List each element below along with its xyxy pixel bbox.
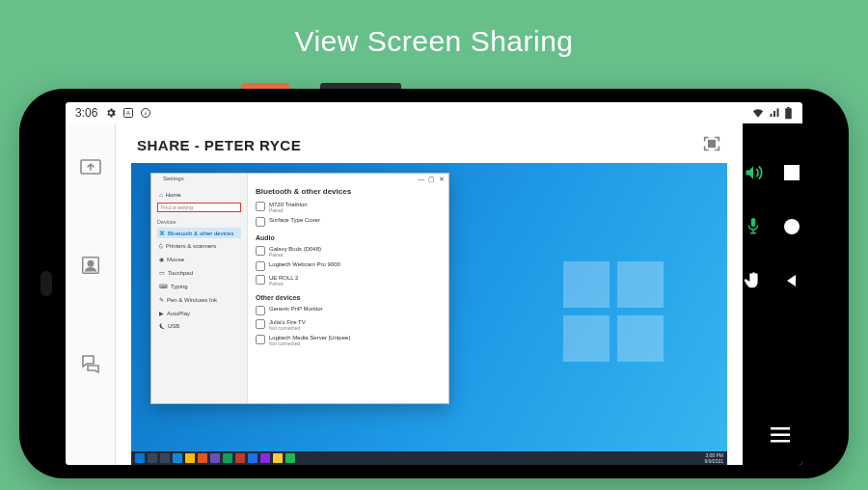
microphone-button[interactable] xyxy=(743,216,764,237)
svg-rect-14 xyxy=(771,427,790,430)
mouse-icon: ◉ xyxy=(159,256,164,262)
taskbar-app[interactable] xyxy=(260,453,270,463)
fullscreen-button[interactable] xyxy=(702,135,721,155)
sidebar-item-label: Typing xyxy=(171,284,188,289)
nav-back-button[interactable] xyxy=(781,270,802,291)
nav-menu-button[interactable] xyxy=(770,424,791,446)
gear-icon xyxy=(105,107,117,119)
device-icon xyxy=(256,275,265,285)
sidebar-item-label: Printers & scanners xyxy=(166,243,216,249)
device-name: Generic PnP Monitor xyxy=(269,306,323,312)
device-status: Not connected xyxy=(269,340,350,346)
taskbar-taskview-icon[interactable] xyxy=(160,453,170,463)
svg-rect-11 xyxy=(784,165,800,180)
taskbar-app[interactable] xyxy=(185,453,195,463)
phone-screen: 3:06 A xyxy=(66,102,802,465)
device-status: Paired xyxy=(269,281,298,286)
battery-icon xyxy=(784,107,793,120)
settings-search-placeholder: Find a setting xyxy=(161,204,193,210)
windows-logo xyxy=(563,261,669,368)
share-title: SHARE - PETER RYCE xyxy=(137,137,301,153)
device-icon xyxy=(256,261,265,271)
taskbar-app[interactable] xyxy=(273,453,283,463)
device-row[interactable]: Logitech Webcam Pro 9000 xyxy=(256,259,441,273)
keyboard-icon: ⌨ xyxy=(159,283,168,289)
start-button[interactable] xyxy=(135,453,145,463)
sidebar-item-label: AutoPlay xyxy=(167,311,190,316)
usb-icon: ⏾ xyxy=(159,323,165,329)
svg-point-9 xyxy=(88,260,94,266)
device-row[interactable]: Generic PnP Monitor xyxy=(256,304,441,317)
device-row[interactable]: Julia's Fire TVNot connected xyxy=(256,317,441,333)
settings-sidebar: ⌂ Home Find a setting Devices ⌘Bluetooth… xyxy=(151,174,248,403)
printer-icon: ⎙ xyxy=(159,243,163,249)
settings-home-label: Home xyxy=(166,192,181,198)
settings-home[interactable]: ⌂ Home xyxy=(157,190,241,200)
window-controls[interactable]: — ▢ ✕ xyxy=(418,176,445,183)
devices-section-label: Devices xyxy=(157,219,241,225)
device-row[interactable]: Surface Type Cover xyxy=(256,215,441,229)
device-icon xyxy=(256,202,265,211)
sidebar-item-touchpad[interactable]: ▭Touchpad xyxy=(157,267,241,278)
autoplay-icon: ▶ xyxy=(159,310,164,316)
svg-rect-15 xyxy=(771,434,790,437)
sidebar-item-usb[interactable]: ⏾USB xyxy=(157,321,241,331)
share-main: SHARE - PETER RYCE Settings — ▢ ✕ xyxy=(116,123,743,465)
taskbar-app[interactable] xyxy=(210,453,220,463)
windows-settings-window: Settings — ▢ ✕ ⌂ Home Find a setting xyxy=(150,173,449,404)
sidebar-item-typing[interactable]: ⌨Typing xyxy=(157,281,241,291)
device-group-title: Other devices xyxy=(256,294,441,301)
sidebar-item-label: Touchpad xyxy=(168,270,193,276)
settings-heading: Bluetooth & other devices xyxy=(256,187,441,196)
svg-rect-6 xyxy=(787,107,790,108)
device-icon xyxy=(256,306,265,315)
text-icon: A xyxy=(122,107,134,119)
phone-camera xyxy=(41,271,52,296)
bluetooth-icon: ⌘ xyxy=(159,230,165,236)
phone-frame: 3:06 A xyxy=(19,89,849,478)
taskbar-app[interactable] xyxy=(173,453,182,463)
pen-icon: ✎ xyxy=(159,296,164,303)
sidebar-item-bluetooth[interactable]: ⌘Bluetooth & other devices xyxy=(157,228,241,238)
raise-hand-button[interactable] xyxy=(743,270,764,291)
svg-rect-12 xyxy=(751,218,756,227)
sidebar-item-mouse[interactable]: ◉Mouse xyxy=(157,254,241,264)
taskbar-app[interactable] xyxy=(223,453,232,463)
taskbar-app[interactable] xyxy=(198,453,207,463)
device-status: Paired xyxy=(269,207,308,213)
record-button[interactable] xyxy=(781,216,802,237)
volume-button[interactable] xyxy=(743,162,764,183)
device-icon xyxy=(256,246,265,256)
stop-button[interactable] xyxy=(781,162,802,183)
svg-text:A: A xyxy=(126,110,130,116)
participants-icon[interactable] xyxy=(76,251,105,280)
sidebar-item-label: Mouse xyxy=(167,257,184,262)
device-status: Paired xyxy=(269,252,321,258)
share-screen-icon[interactable] xyxy=(76,152,105,181)
sidebar-item-pen[interactable]: ✎Pen & Windows Ink xyxy=(157,294,241,305)
android-statusbar: 3:06 A xyxy=(66,102,802,123)
chat-icon[interactable] xyxy=(76,349,105,378)
device-status: Not connected xyxy=(269,325,306,331)
wifi-icon xyxy=(751,107,765,119)
sidebar-item-autoplay[interactable]: ▶AutoPlay xyxy=(157,308,241,318)
taskbar-date: 9/9/2021 xyxy=(705,458,723,464)
taskbar-app[interactable] xyxy=(285,453,295,463)
svg-rect-16 xyxy=(771,440,790,443)
device-row[interactable]: Galaxy Buds (D048)Paired xyxy=(256,244,441,259)
settings-content: Bluetooth & other devices M720 Triathlon… xyxy=(248,174,448,403)
settings-search[interactable]: Find a setting xyxy=(157,203,241,212)
taskbar-clock[interactable]: 3:08 PM 9/9/2021 xyxy=(705,452,723,464)
device-name: Logitech Webcam Pro 9000 xyxy=(269,261,340,267)
device-row[interactable]: M720 TriathlonPaired xyxy=(256,200,441,215)
taskbar-app[interactable] xyxy=(235,453,245,463)
home-icon: ⌂ xyxy=(159,192,163,198)
device-row[interactable]: Logitech Media Server [Unipee]Not connec… xyxy=(256,333,441,348)
sidebar-item-printers[interactable]: ⎙Printers & scanners xyxy=(157,241,241,251)
windows-taskbar[interactable]: 3:08 PM 9/9/2021 xyxy=(131,451,727,465)
device-icon xyxy=(256,217,265,227)
taskbar-search-icon[interactable] xyxy=(148,453,157,463)
device-row[interactable]: UE ROLL 2Paired xyxy=(256,273,441,288)
sidebar-item-label: Bluetooth & other devices xyxy=(168,231,233,236)
taskbar-app[interactable] xyxy=(248,453,258,463)
